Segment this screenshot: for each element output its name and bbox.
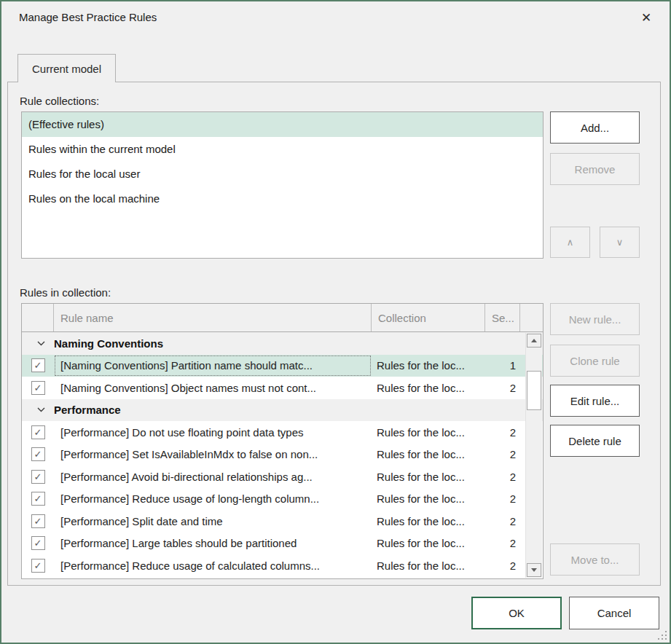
rule-name-cell[interactable]: [Naming Conventions] Partition name shou… — [54, 355, 372, 377]
tab-current-model[interactable]: Current model — [17, 54, 116, 82]
rule-collection-cell[interactable]: Rules for the loc... — [372, 444, 485, 466]
rule-checkbox[interactable]: ✓ — [31, 447, 45, 461]
scrollbar-thumb[interactable] — [527, 371, 541, 410]
rule-severity-cell[interactable]: 2 — [485, 466, 520, 488]
rule-collections-list[interactable]: (Effective rules) Rules within the curre… — [21, 111, 544, 259]
rule-severity-cell[interactable]: 2 — [485, 421, 520, 444]
column-header-spacer — [520, 304, 543, 331]
chevron-down-icon[interactable] — [37, 407, 45, 412]
rule-name-cell[interactable]: [Performance] Reduce usage of long-lengt… — [54, 488, 372, 511]
dialog-title: Manage Best Practice Rules — [19, 11, 157, 23]
check-icon: ✓ — [34, 449, 42, 459]
rule-severity-cell[interactable]: 2 — [485, 488, 520, 511]
check-icon: ✓ — [34, 538, 42, 548]
list-item-label: Rules within the current model — [28, 143, 176, 155]
list-item[interactable]: Rules within the current model — [22, 137, 543, 162]
list-item-label: Rules on the local machine — [28, 192, 160, 205]
ok-button[interactable]: OK — [471, 597, 562, 629]
check-icon: ✓ — [34, 383, 42, 393]
table-row[interactable]: ✓ [Performance] Do not use floating poin… — [22, 421, 543, 444]
table-row[interactable]: ✓ [Performance] Avoid bi-directional rel… — [22, 466, 543, 488]
check-icon: ✓ — [34, 428, 42, 437]
rule-group-label: Naming Conventions — [54, 337, 163, 350]
rule-checkbox[interactable]: ✓ — [31, 514, 45, 528]
rule-checkbox[interactable]: ✓ — [31, 492, 45, 506]
list-item[interactable]: Rules for the local user — [22, 162, 543, 186]
table-row[interactable]: ✓ [Performance] Set IsAvailableInMdx to … — [22, 444, 543, 466]
rules-table-body: Naming Conventions ✓ [Naming Conventions… — [22, 332, 543, 577]
check-icon: ✓ — [34, 561, 42, 570]
rule-collection-cell[interactable]: Rules for the loc... — [372, 421, 485, 444]
list-item-label: (Effective rules) — [28, 118, 104, 130]
rules-table: Rule name Collection Se... Naming Conven… — [21, 303, 544, 579]
rule-group-row[interactable]: Naming Conventions — [22, 332, 543, 355]
rule-collection-cell[interactable]: Rules for the loc... — [372, 554, 485, 577]
column-header-collection[interactable]: Collection — [372, 304, 485, 331]
rule-group-row[interactable]: Performance — [22, 399, 543, 422]
clone-rule-button[interactable]: Clone rule — [550, 345, 640, 377]
rule-checkbox[interactable]: ✓ — [31, 536, 45, 550]
rule-collection-cell[interactable]: Rules for the loc... — [372, 466, 485, 488]
list-item[interactable]: Rules on the local machine — [22, 186, 543, 211]
rule-severity-cell[interactable]: 2 — [485, 510, 520, 533]
move-down-button[interactable]: ∨ — [600, 227, 640, 258]
table-scrollbar[interactable] — [525, 333, 542, 578]
list-item[interactable]: (Effective rules) — [22, 112, 543, 137]
column-header-severity[interactable]: Se... — [485, 304, 520, 331]
table-row[interactable]: ✓ [Performance] Large tables should be p… — [22, 533, 543, 555]
rule-checkbox[interactable]: ✓ — [31, 470, 45, 484]
cancel-button[interactable]: Cancel — [569, 597, 659, 629]
rule-severity-cell[interactable]: 2 — [485, 554, 520, 577]
move-to-button[interactable]: Move to... — [550, 543, 640, 576]
rule-checkbox[interactable]: ✓ — [31, 559, 45, 573]
edit-rule-button[interactable]: Edit rule... — [550, 385, 640, 417]
close-icon[interactable]: ✕ — [634, 7, 659, 29]
rule-collection-cell[interactable]: Rules for the loc... — [372, 510, 485, 533]
remove-button[interactable]: Remove — [550, 153, 640, 185]
check-icon: ✓ — [34, 361, 42, 370]
rule-name-cell[interactable]: [Performance] Reduce usage of calculated… — [54, 554, 372, 577]
table-row[interactable]: ✓ [Naming Conventions] Object names must… — [22, 377, 543, 399]
rule-checkbox[interactable]: ✓ — [31, 425, 45, 439]
rule-collection-cell[interactable]: Rules for the loc... — [372, 377, 485, 399]
rule-collection-cell[interactable]: Rules for the loc... — [372, 488, 485, 511]
rule-name-cell[interactable]: [Performance] Large tables should be par… — [54, 533, 372, 555]
new-rule-button[interactable]: New rule... — [550, 303, 640, 335]
rules-table-header: Rule name Collection Se... — [22, 304, 543, 332]
rule-collection-cell[interactable]: Rules for the loc... — [372, 355, 485, 377]
rule-collection-cell[interactable]: Rules for the loc... — [372, 533, 485, 555]
manage-best-practice-rules-dialog: Manage Best Practice Rules ✕ Current mod… — [0, 0, 671, 644]
table-row[interactable]: ✓ [Performance] Reduce usage of long-len… — [22, 488, 543, 511]
column-header-checkbox[interactable] — [22, 304, 54, 331]
rule-severity-cell[interactable]: 2 — [485, 377, 520, 399]
check-icon: ✓ — [34, 494, 42, 503]
table-row[interactable]: ✓ [Naming Conventions] Partition name sh… — [22, 355, 543, 377]
rule-group-label: Performance — [54, 404, 121, 416]
table-row[interactable]: ✓ [Performance] Split date and time Rule… — [22, 510, 543, 533]
check-icon: ✓ — [34, 472, 42, 482]
list-item-label: Rules for the local user — [28, 168, 140, 180]
check-icon: ✓ — [34, 517, 42, 526]
delete-rule-button[interactable]: Delete rule — [550, 425, 640, 457]
rule-severity-cell[interactable]: 1 — [485, 355, 520, 377]
move-up-button[interactable]: ∧ — [550, 227, 590, 258]
chevron-down-icon[interactable] — [37, 341, 45, 346]
scroll-down-icon[interactable] — [527, 563, 541, 577]
rule-name-cell[interactable]: [Performance] Do not use floating point … — [54, 421, 372, 444]
rule-checkbox[interactable]: ✓ — [31, 381, 45, 395]
add-button[interactable]: Add... — [550, 111, 640, 144]
rule-name-cell[interactable]: [Performance] Set IsAvailableInMdx to fa… — [54, 444, 372, 466]
rules-in-collection-label: Rules in collection: — [20, 286, 111, 299]
rule-severity-cell[interactable]: 2 — [485, 533, 520, 555]
scroll-up-icon[interactable] — [527, 334, 541, 347]
rule-name-cell[interactable]: [Performance] Avoid bi-directional relat… — [54, 466, 372, 488]
rule-name-cell[interactable]: [Performance] Split date and time — [54, 510, 372, 533]
rule-severity-cell[interactable]: 2 — [485, 444, 520, 466]
rule-checkbox[interactable]: ✓ — [31, 358, 45, 372]
rule-name-cell[interactable]: [Naming Conventions] Object names must n… — [54, 377, 372, 399]
resize-grip[interactable] — [656, 629, 667, 640]
table-row[interactable]: ✓ [Performance] Reduce usage of calculat… — [22, 554, 543, 577]
rule-collections-label: Rule collections: — [20, 95, 99, 107]
column-header-rule-name[interactable]: Rule name — [54, 304, 372, 331]
